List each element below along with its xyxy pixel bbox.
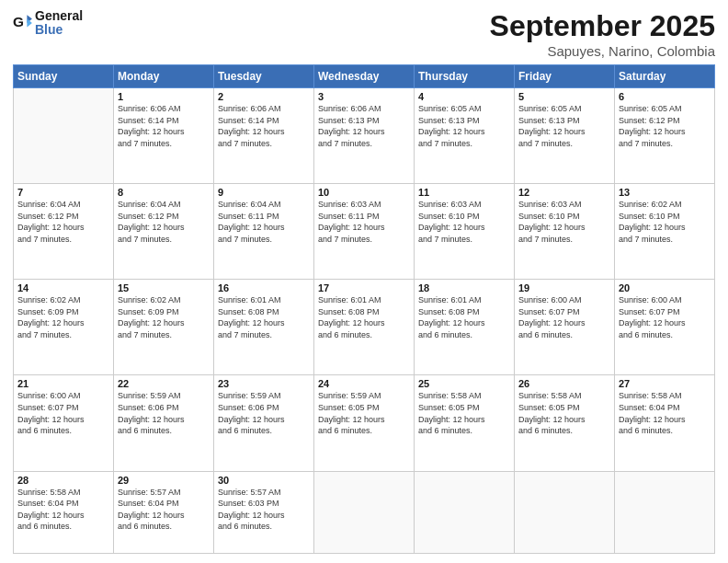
weekday-header: Sunday (14, 65, 114, 88)
calendar-cell (314, 471, 415, 553)
calendar-cell: 26Sunrise: 5:58 AM Sunset: 6:05 PM Dayli… (515, 375, 615, 471)
day-info: Sunrise: 6:05 AM Sunset: 6:13 PM Dayligh… (518, 103, 610, 149)
calendar-cell: 13Sunrise: 6:02 AM Sunset: 6:10 PM Dayli… (615, 184, 715, 280)
day-info: Sunrise: 6:03 AM Sunset: 6:11 PM Dayligh… (318, 199, 410, 245)
calendar-cell: 16Sunrise: 6:01 AM Sunset: 6:08 PM Dayli… (214, 280, 314, 375)
day-number: 7 (17, 187, 109, 198)
day-number: 22 (118, 378, 210, 389)
calendar-cell: 27Sunrise: 5:58 AM Sunset: 6:04 PM Dayli… (615, 375, 715, 471)
calendar-cell: 14Sunrise: 6:02 AM Sunset: 6:09 PM Dayli… (14, 280, 114, 375)
calendar-cell (615, 471, 715, 553)
calendar-cell: 9Sunrise: 6:04 AM Sunset: 6:11 PM Daylig… (214, 184, 314, 280)
calendar-cell: 20Sunrise: 6:00 AM Sunset: 6:07 PM Dayli… (615, 280, 715, 375)
day-info: Sunrise: 5:59 AM Sunset: 6:06 PM Dayligh… (118, 390, 210, 436)
weekday-header: Wednesday (314, 65, 415, 88)
day-number: 15 (118, 282, 210, 293)
calendar-cell: 2Sunrise: 6:06 AM Sunset: 6:14 PM Daylig… (214, 88, 314, 184)
calendar-cell: 25Sunrise: 5:58 AM Sunset: 6:05 PM Dayli… (415, 375, 515, 471)
logo-text-blue: Blue (35, 22, 63, 37)
day-number: 4 (418, 91, 510, 102)
day-info: Sunrise: 6:05 AM Sunset: 6:13 PM Dayligh… (418, 103, 510, 149)
day-info: Sunrise: 6:00 AM Sunset: 6:07 PM Dayligh… (619, 294, 711, 340)
day-info: Sunrise: 6:04 AM Sunset: 6:12 PM Dayligh… (118, 199, 210, 245)
calendar-cell: 21Sunrise: 6:00 AM Sunset: 6:07 PM Dayli… (14, 375, 114, 471)
calendar-cell: 19Sunrise: 6:00 AM Sunset: 6:07 PM Dayli… (515, 280, 615, 375)
calendar-cell: 17Sunrise: 6:01 AM Sunset: 6:08 PM Dayli… (314, 280, 415, 375)
day-info: Sunrise: 5:57 AM Sunset: 6:04 PM Dayligh… (118, 487, 210, 533)
day-number: 8 (118, 187, 210, 198)
day-number: 14 (17, 282, 109, 293)
day-number: 21 (17, 378, 109, 389)
day-number: 20 (619, 282, 711, 293)
calendar-cell: 15Sunrise: 6:02 AM Sunset: 6:09 PM Dayli… (114, 280, 214, 375)
day-number: 2 (218, 91, 310, 102)
day-number: 9 (218, 187, 310, 198)
day-number: 25 (418, 378, 510, 389)
day-number: 18 (418, 282, 510, 293)
day-info: Sunrise: 6:02 AM Sunset: 6:09 PM Dayligh… (118, 294, 210, 340)
calendar-cell: 3Sunrise: 6:06 AM Sunset: 6:13 PM Daylig… (314, 88, 415, 184)
day-info: Sunrise: 6:01 AM Sunset: 6:08 PM Dayligh… (318, 294, 410, 340)
day-number: 23 (218, 378, 310, 389)
calendar-page: G General Blue September 2025 Sapuyes, N… (0, 0, 728, 563)
calendar-cell: 30Sunrise: 5:57 AM Sunset: 6:03 PM Dayli… (214, 471, 314, 553)
title-block: September 2025 Sapuyes, Narino, Colombia (490, 9, 715, 59)
day-info: Sunrise: 6:02 AM Sunset: 6:09 PM Dayligh… (17, 294, 109, 340)
day-info: Sunrise: 6:01 AM Sunset: 6:08 PM Dayligh… (418, 294, 510, 340)
calendar-cell: 5Sunrise: 6:05 AM Sunset: 6:13 PM Daylig… (515, 88, 615, 184)
day-info: Sunrise: 5:59 AM Sunset: 6:05 PM Dayligh… (318, 390, 410, 436)
weekday-header: Monday (114, 65, 214, 88)
day-number: 11 (418, 187, 510, 198)
weekday-header: Tuesday (214, 65, 314, 88)
calendar-week-row: 1Sunrise: 6:06 AM Sunset: 6:14 PM Daylig… (14, 88, 715, 184)
calendar-cell: 28Sunrise: 5:58 AM Sunset: 6:04 PM Dayli… (14, 471, 114, 553)
day-info: Sunrise: 6:04 AM Sunset: 6:12 PM Dayligh… (17, 199, 109, 245)
calendar-cell: 11Sunrise: 6:03 AM Sunset: 6:10 PM Dayli… (415, 184, 515, 280)
calendar-header-row: SundayMondayTuesdayWednesdayThursdayFrid… (14, 65, 715, 88)
day-number: 30 (218, 475, 310, 486)
day-number: 12 (518, 187, 610, 198)
day-info: Sunrise: 6:03 AM Sunset: 6:10 PM Dayligh… (418, 199, 510, 245)
calendar-week-row: 14Sunrise: 6:02 AM Sunset: 6:09 PM Dayli… (14, 280, 715, 375)
weekday-header: Thursday (415, 65, 515, 88)
logo: G General Blue (13, 9, 83, 38)
day-info: Sunrise: 5:58 AM Sunset: 6:05 PM Dayligh… (518, 390, 610, 436)
day-number: 28 (17, 475, 109, 486)
day-info: Sunrise: 6:06 AM Sunset: 6:14 PM Dayligh… (118, 103, 210, 149)
day-info: Sunrise: 6:06 AM Sunset: 6:13 PM Dayligh… (318, 103, 410, 149)
day-info: Sunrise: 6:05 AM Sunset: 6:12 PM Dayligh… (619, 103, 711, 149)
day-number: 17 (318, 282, 410, 293)
day-info: Sunrise: 5:57 AM Sunset: 6:03 PM Dayligh… (218, 487, 310, 533)
calendar-cell: 12Sunrise: 6:03 AM Sunset: 6:10 PM Dayli… (515, 184, 615, 280)
day-info: Sunrise: 6:00 AM Sunset: 6:07 PM Dayligh… (518, 294, 610, 340)
calendar-week-row: 7Sunrise: 6:04 AM Sunset: 6:12 PM Daylig… (14, 184, 715, 280)
day-number: 6 (619, 91, 711, 102)
weekday-header: Friday (515, 65, 615, 88)
day-info: Sunrise: 6:04 AM Sunset: 6:11 PM Dayligh… (218, 199, 310, 245)
month-title: September 2025 (490, 9, 715, 43)
location-title: Sapuyes, Narino, Colombia (490, 43, 715, 59)
calendar-cell: 8Sunrise: 6:04 AM Sunset: 6:12 PM Daylig… (114, 184, 214, 280)
calendar-cell (415, 471, 515, 553)
calendar-body: 1Sunrise: 6:06 AM Sunset: 6:14 PM Daylig… (14, 88, 715, 554)
day-info: Sunrise: 5:58 AM Sunset: 6:04 PM Dayligh… (619, 390, 711, 436)
calendar-cell: 29Sunrise: 5:57 AM Sunset: 6:04 PM Dayli… (114, 471, 214, 553)
day-number: 16 (218, 282, 310, 293)
calendar-cell: 18Sunrise: 6:01 AM Sunset: 6:08 PM Dayli… (415, 280, 515, 375)
day-number: 13 (619, 187, 711, 198)
day-number: 1 (118, 91, 210, 102)
logo-icon: G (13, 13, 33, 33)
day-info: Sunrise: 5:58 AM Sunset: 6:04 PM Dayligh… (17, 487, 109, 533)
day-number: 26 (518, 378, 610, 389)
day-info: Sunrise: 6:06 AM Sunset: 6:14 PM Dayligh… (218, 103, 310, 149)
calendar-cell: 6Sunrise: 6:05 AM Sunset: 6:12 PM Daylig… (615, 88, 715, 184)
page-header: G General Blue September 2025 Sapuyes, N… (13, 9, 715, 59)
calendar-cell: 4Sunrise: 6:05 AM Sunset: 6:13 PM Daylig… (415, 88, 515, 184)
calendar-cell: 24Sunrise: 5:59 AM Sunset: 6:05 PM Dayli… (314, 375, 415, 471)
calendar-cell: 22Sunrise: 5:59 AM Sunset: 6:06 PM Dayli… (114, 375, 214, 471)
calendar-cell: 1Sunrise: 6:06 AM Sunset: 6:14 PM Daylig… (114, 88, 214, 184)
weekday-header: Saturday (615, 65, 715, 88)
calendar-cell: 7Sunrise: 6:04 AM Sunset: 6:12 PM Daylig… (14, 184, 114, 280)
calendar-cell: 23Sunrise: 5:59 AM Sunset: 6:06 PM Dayli… (214, 375, 314, 471)
calendar-table: SundayMondayTuesdayWednesdayThursdayFrid… (13, 64, 715, 554)
